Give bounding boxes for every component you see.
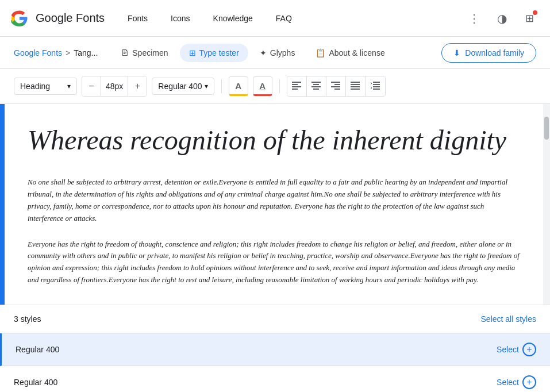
- size-control: − 48px +: [82, 76, 147, 97]
- nav-link-icons[interactable]: Icons: [161, 9, 199, 28]
- svg-rect-6: [311, 86, 321, 87]
- align-justify-button[interactable]: [346, 76, 366, 96]
- select-all-styles-link[interactable]: Select all styles: [481, 314, 536, 324]
- notification-dot: [533, 10, 537, 15]
- size-increase-button[interactable]: +: [128, 76, 147, 96]
- svg-rect-1: [292, 84, 298, 85]
- weight-select[interactable]: Regular 400 ▾: [152, 78, 214, 95]
- style-name-1: Regular 400: [16, 345, 59, 354]
- tab-glyphs[interactable]: ✦ Glyphs: [251, 44, 305, 62]
- tab-about[interactable]: 📋 About & license: [306, 44, 394, 62]
- select-style-2-button[interactable]: Select +: [497, 375, 536, 389]
- weight-select-group: Regular 400 ▾: [152, 78, 214, 95]
- svg-rect-8: [331, 82, 340, 83]
- svg-rect-3: [292, 89, 298, 90]
- scrollbar-thumb[interactable]: [544, 117, 549, 140]
- svg-rect-11: [334, 89, 340, 90]
- select-style-2-icon: +: [522, 375, 536, 389]
- style-chevron-icon: ▾: [67, 82, 71, 90]
- style-select[interactable]: Heading ▾: [14, 78, 77, 95]
- breadcrumb-link-home[interactable]: Google Fonts: [14, 48, 62, 57]
- styles-section: 3 styles Select all styles Regular 400 S…: [0, 305, 550, 392]
- styles-count: 3 styles: [14, 314, 41, 324]
- content-area: Whereas recognition of the inherent dign…: [0, 104, 550, 305]
- svg-rect-13: [351, 84, 360, 85]
- breadcrumb-separator: >: [66, 48, 70, 57]
- svg-rect-7: [313, 89, 319, 90]
- download-family-label: Download family: [465, 48, 524, 57]
- size-decrease-button[interactable]: −: [82, 76, 101, 96]
- highlight-icon: A: [235, 81, 241, 91]
- style-name-2: Regular 400: [14, 378, 57, 387]
- type-tester-area[interactable]: Whereas recognition of the inherent dign…: [5, 104, 543, 305]
- svg-rect-14: [351, 86, 360, 87]
- theme-button[interactable]: ◑: [490, 7, 513, 30]
- sub-nav: Google Fonts > Tang... 🖹 Specimen ⊞ Type…: [0, 37, 550, 69]
- breadcrumb-current: Tang...: [74, 48, 98, 57]
- type-tester-icon: ⊞: [189, 48, 196, 57]
- heading-text[interactable]: Whereas recognition of the inherent dign…: [28, 122, 520, 158]
- svg-rect-4: [311, 82, 321, 83]
- align-left-button[interactable]: [287, 76, 307, 96]
- tab-type-tester[interactable]: ⊞ Type tester: [180, 44, 248, 62]
- line-height-button[interactable]: [366, 76, 385, 96]
- align-right-button[interactable]: [326, 76, 346, 96]
- left-accent-bar: [0, 104, 5, 305]
- align-center-button[interactable]: [307, 76, 326, 96]
- style-row-1[interactable]: Regular 400 Select +: [0, 333, 550, 366]
- highlight-button[interactable]: A: [229, 76, 248, 96]
- body-text-1[interactable]: No one shall be subjected to arbitrary a…: [28, 176, 520, 224]
- styles-header: 3 styles Select all styles: [0, 305, 550, 333]
- nav-link-fonts[interactable]: Fonts: [118, 9, 157, 28]
- svg-rect-15: [351, 89, 360, 90]
- download-icon: ⬇: [453, 48, 460, 57]
- tab-about-label: About & license: [329, 48, 384, 57]
- svg-rect-2: [292, 86, 301, 87]
- more-vert-icon: ⋮: [468, 11, 480, 25]
- align-center-icon: [311, 82, 321, 91]
- svg-rect-12: [351, 82, 360, 83]
- logo-text: Google Fonts: [36, 11, 105, 25]
- svg-rect-17: [373, 84, 380, 85]
- more-vert-button[interactable]: ⋮: [463, 7, 486, 30]
- tab-specimen[interactable]: 🖹 Specimen: [111, 44, 177, 62]
- select-style-1-label: Select: [497, 345, 519, 354]
- download-family-button[interactable]: ⬇ Download family: [441, 43, 536, 63]
- style-select-group: Heading ▾: [14, 78, 77, 95]
- select-style-1-icon: +: [522, 343, 536, 356]
- font-color-button[interactable]: A: [253, 76, 272, 96]
- nav-links: Fonts Icons Knowledge FAQ: [118, 9, 458, 28]
- select-style-1-button[interactable]: Select +: [497, 343, 536, 356]
- font-color-icon: A: [259, 81, 266, 91]
- tab-specimen-label: Specimen: [132, 48, 168, 57]
- align-group: [287, 76, 386, 97]
- align-left-icon: [292, 82, 301, 91]
- size-value: 48px: [101, 76, 128, 96]
- google-logo-icon: [9, 8, 30, 29]
- weight-chevron-icon: ▾: [205, 82, 208, 90]
- svg-rect-10: [331, 86, 340, 87]
- weight-select-value: Regular 400: [158, 82, 202, 91]
- body-text-2[interactable]: Everyone has the right to freedom of tho…: [28, 239, 520, 286]
- tab-glyphs-label: Glyphs: [270, 48, 295, 57]
- svg-rect-0: [292, 82, 301, 83]
- svg-rect-16: [373, 82, 380, 83]
- scrollbar[interactable]: [543, 104, 550, 305]
- style-row-2[interactable]: Regular 400 Select +: [0, 366, 550, 392]
- about-icon: 📋: [316, 48, 325, 57]
- svg-rect-19: [373, 89, 380, 90]
- line-height-icon: [371, 82, 380, 91]
- breadcrumb: Google Fonts > Tang...: [14, 48, 98, 57]
- align-right-icon: [331, 82, 340, 91]
- nav-link-knowledge[interactable]: Knowledge: [204, 9, 262, 28]
- apps-button[interactable]: ⊞: [518, 7, 541, 30]
- theme-icon: ◑: [497, 11, 507, 25]
- logo-area[interactable]: Google Fonts: [9, 8, 105, 29]
- nav-link-faq[interactable]: FAQ: [267, 9, 301, 28]
- style-select-value: Heading: [20, 82, 50, 91]
- nav-right: ⋮ ◑ ⊞: [463, 7, 541, 30]
- select-style-2-label: Select: [497, 378, 519, 387]
- toolbar-divider-2: [279, 79, 280, 93]
- toolbar-divider-1: [221, 79, 222, 93]
- top-nav: Google Fonts Fonts Icons Knowledge FAQ ⋮…: [0, 0, 550, 37]
